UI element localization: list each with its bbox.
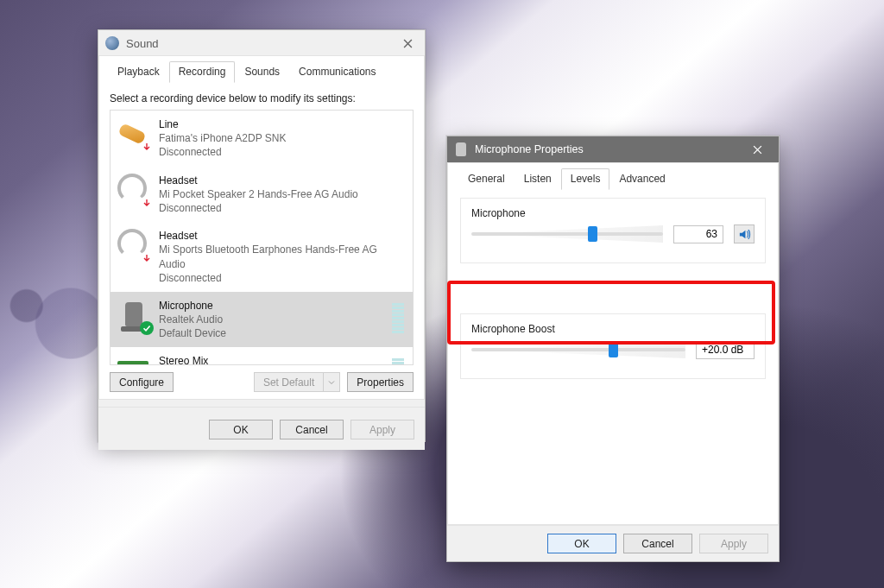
device-microphone[interactable]: Microphone Realtek Audio Default Device: [110, 292, 413, 348]
cancel-button[interactable]: Cancel: [280, 420, 344, 439]
configure-button[interactable]: Configure: [110, 372, 174, 392]
ok-button[interactable]: OK: [547, 534, 616, 553]
device-sub: Mi Pocket Speaker 2 Hands-Free AG Audio: [159, 187, 404, 201]
ok-button[interactable]: OK: [209, 420, 273, 439]
device-sub: Fatima's iPhone A2DP SNK: [159, 131, 404, 145]
headset-icon: [117, 229, 150, 262]
sound-tabs: Playback Recording Sounds Communications: [99, 56, 424, 84]
slider-thumb[interactable]: [609, 342, 618, 357]
properties-button[interactable]: Properties: [347, 372, 414, 392]
device-stereo-mix[interactable]: Stereo Mix Realtek Audio Ready: [110, 347, 413, 365]
microphone-label: Microphone: [471, 207, 755, 219]
microphone-level-section: Microphone 63: [460, 198, 766, 263]
microphone-slider[interactable]: [471, 224, 663, 243]
sound-titlebar[interactable]: Sound: [98, 30, 425, 56]
sound-title: Sound: [126, 37, 395, 50]
microphone-icon: [117, 299, 150, 332]
device-sub: Mi Sports Bluetooth Earphones Hands-Free…: [159, 243, 404, 270]
close-icon[interactable]: [395, 35, 420, 52]
instruction-text: Select a recording device below to modif…: [99, 84, 424, 110]
sound-card-icon: [117, 354, 150, 365]
cancel-button[interactable]: Cancel: [623, 534, 692, 553]
mic-tabs: General Listen Levels Advanced: [448, 163, 778, 191]
tab-communications[interactable]: Communications: [289, 61, 385, 83]
device-name: Headset: [159, 174, 404, 187]
speaker-icon[interactable]: [734, 224, 755, 243]
device-name: Stereo Mix: [159, 354, 383, 365]
device-sub: Realtek Audio: [159, 313, 383, 326]
device-status: Disconnected: [159, 271, 404, 285]
close-icon[interactable]: [739, 136, 775, 162]
tab-levels[interactable]: Levels: [561, 168, 610, 190]
device-name: Headset: [159, 229, 404, 243]
sound-icon: [105, 36, 119, 50]
set-default-button[interactable]: Set Default: [254, 372, 323, 392]
mic-title: Microphone Properties: [475, 143, 739, 155]
device-headset-2[interactable]: Headset Mi Sports Bluetooth Earphones Ha…: [110, 222, 413, 292]
disconnected-badge-icon: [140, 140, 154, 154]
tab-recording[interactable]: Recording: [169, 61, 236, 83]
microphone-boost-slider[interactable]: [471, 340, 685, 359]
device-name: Microphone: [159, 299, 383, 313]
line-in-icon: [117, 117, 150, 150]
tab-listen[interactable]: Listen: [515, 168, 561, 190]
mic-titlebar[interactable]: Microphone Properties: [447, 136, 779, 162]
microphone-value[interactable]: 63: [673, 225, 723, 243]
headset-icon: [117, 174, 150, 206]
apply-button[interactable]: Apply: [699, 534, 768, 553]
tab-sounds[interactable]: Sounds: [235, 61, 289, 83]
disconnected-badge-icon: [140, 196, 154, 210]
device-status: Disconnected: [159, 201, 404, 215]
sound-dialog: Sound Playback Recording Sounds Communic…: [98, 29, 426, 442]
device-line[interactable]: Line Fatima's iPhone A2DP SNK Disconnect…: [110, 111, 413, 167]
device-status: Default Device: [159, 326, 383, 340]
set-default-dropdown-icon[interactable]: [323, 372, 340, 392]
microphone-icon: [456, 142, 466, 156]
device-status: Disconnected: [159, 145, 404, 159]
apply-button[interactable]: Apply: [350, 420, 414, 439]
device-headset-1[interactable]: Headset Mi Pocket Speaker 2 Hands-Free A…: [110, 167, 413, 223]
mic-properties-dialog: Microphone Properties General Listen Lev…: [446, 136, 780, 562]
tab-playback[interactable]: Playback: [108, 61, 169, 83]
disconnected-badge-icon: [140, 251, 154, 265]
microphone-boost-section: Microphone Boost +20.0 dB: [460, 313, 766, 379]
device-list[interactable]: Line Fatima's iPhone A2DP SNK Disconnect…: [110, 110, 414, 365]
tab-general[interactable]: General: [458, 168, 515, 190]
slider-thumb[interactable]: [588, 226, 597, 242]
microphone-boost-value[interactable]: +20.0 dB: [696, 341, 755, 359]
level-meter: [392, 299, 404, 333]
tab-advanced[interactable]: Advanced: [609, 168, 674, 190]
level-meter: [392, 354, 404, 365]
device-name: Line: [159, 117, 404, 131]
microphone-boost-label: Microphone Boost: [471, 323, 755, 335]
default-badge-icon: [140, 321, 154, 335]
